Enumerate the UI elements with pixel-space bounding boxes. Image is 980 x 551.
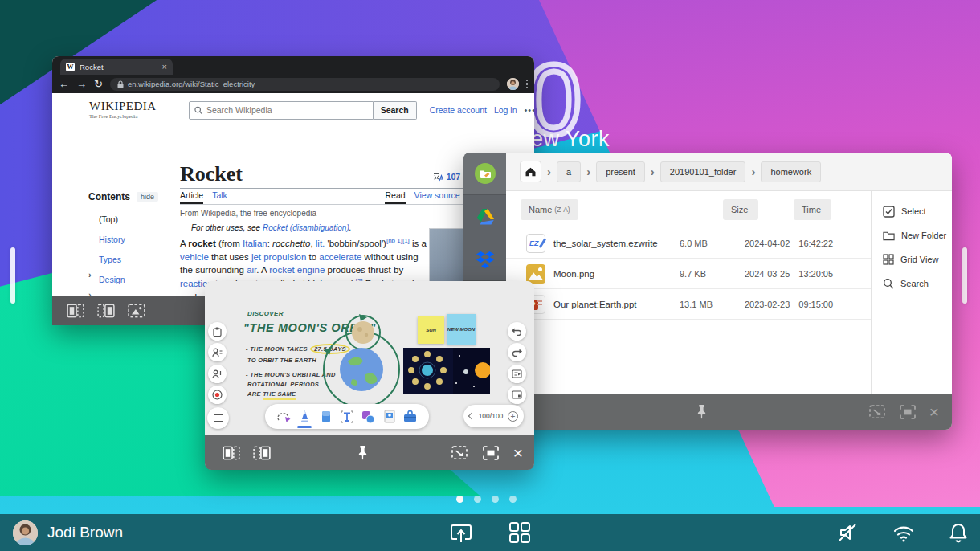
breadcrumb-item[interactable]: present [596, 161, 645, 182]
pen-tool-icon[interactable] [296, 409, 312, 425]
file-manager-content: › a › present › 20190101_folder [506, 153, 952, 394]
browser-profile-avatar[interactable] [507, 78, 519, 90]
float-window-icon[interactable] [868, 405, 886, 419]
page-navigator: 100/100 + [463, 405, 524, 427]
folder-icon [883, 231, 895, 241]
media-tool-icon[interactable] [382, 409, 398, 425]
page-dot[interactable] [509, 496, 517, 503]
snap-left-icon[interactable] [223, 446, 240, 460]
user-chip[interactable]: Jodi Brown [13, 520, 123, 545]
breadcrumb: › a › present › 20190101_folder [506, 153, 952, 191]
pin-icon[interactable] [357, 435, 368, 470]
snap-right-icon[interactable] [97, 304, 115, 318]
wifi-button[interactable] [892, 523, 916, 542]
select-tool-icon[interactable] [276, 409, 292, 425]
page-dot[interactable] [456, 496, 463, 503]
toc-item[interactable]: › (Top) [88, 210, 178, 227]
app-launcher-button[interactable] [508, 521, 531, 544]
snap-right-icon[interactable] [253, 446, 271, 460]
clipboard-button[interactable] [208, 322, 227, 341]
column-header[interactable]: Time [794, 199, 831, 220]
sticky-note-new-moon[interactable]: NEW MOON [447, 314, 476, 345]
google-drive-icon [476, 208, 495, 226]
notifications-button[interactable] [948, 522, 969, 544]
pages-button[interactable] [508, 386, 526, 404]
breadcrumb-item[interactable]: a [557, 161, 581, 182]
toc-item[interactable]: › Types [88, 251, 178, 267]
tab-view-source[interactable]: View source [414, 190, 460, 204]
toolbox-tool-icon[interactable] [402, 409, 419, 425]
record-button[interactable] [208, 386, 227, 404]
page-dot[interactable] [474, 496, 481, 503]
whiteboard-menu-button[interactable] [207, 407, 229, 429]
sidebar-item-google-drive[interactable] [463, 195, 506, 238]
close-icon[interactable]: × [513, 444, 523, 461]
search-button[interactable]: Search [374, 101, 417, 120]
file-type-icon [526, 264, 545, 284]
fullscreen-icon[interactable] [899, 405, 917, 419]
add-user-button[interactable] [208, 365, 227, 383]
file-manager-window-controls: × [463, 394, 952, 430]
sticky-note-sun[interactable]: SUN [418, 316, 444, 344]
search-button-files[interactable]: Search [872, 271, 952, 296]
capture-icon[interactable] [128, 304, 145, 318]
shapes-tool-icon[interactable] [360, 409, 376, 425]
whiteboard-canvas[interactable]: DISCOVER "THE MOON'S ORBIT" - THE MOON T… [205, 281, 534, 435]
back-icon[interactable]: ← [59, 79, 69, 89]
toc-item[interactable]: › Design [88, 271, 178, 287]
moon-phases-image[interactable] [403, 348, 490, 394]
tab-article[interactable]: Article [180, 190, 203, 204]
roster-button[interactable] [208, 343, 227, 361]
eraser-tool-icon[interactable] [318, 409, 334, 425]
contents-hide-button[interactable]: hide [137, 192, 158, 202]
float-window-icon[interactable] [451, 446, 468, 460]
file-row[interactable]: Moon.png 9.7 KB 2024-03-2513:20:05 [506, 259, 872, 289]
redo-button[interactable] [508, 343, 526, 361]
sidebar-item-local-storage[interactable] [463, 153, 506, 195]
screen-share-button[interactable] [449, 521, 473, 544]
file-row[interactable]: Our planet:Earth.ppt 13.1 MB 2023-02-230… [506, 289, 872, 320]
column-header[interactable]: Size [723, 199, 758, 220]
tab-title: Rocket [80, 63, 157, 71]
breadcrumb-item[interactable]: homework [761, 161, 821, 182]
page-dot[interactable] [492, 496, 499, 503]
log-in-link[interactable]: Log in [494, 105, 517, 115]
tab-talk[interactable]: Talk [212, 190, 227, 204]
more-options-icon[interactable]: ••• [525, 105, 534, 115]
fullscreen-icon[interactable] [482, 446, 500, 460]
file-list: the_solar_system.ezwrite 6.0 MB 2024-04-… [506, 228, 872, 320]
file-row[interactable]: the_solar_system.ezwrite 6.0 MB 2024-04-… [506, 228, 872, 259]
forward-icon[interactable]: → [76, 79, 87, 89]
breadcrumb-chevron-icon: › [651, 165, 655, 178]
export-button[interactable] [508, 365, 526, 383]
undo-button[interactable] [508, 322, 526, 341]
create-account-link[interactable]: Create account [430, 105, 487, 115]
browser-menu-icon[interactable] [526, 80, 529, 89]
volume-muted-button[interactable] [837, 522, 860, 543]
search-input[interactable] [206, 105, 368, 115]
address-bar[interactable]: en.wikipedia.org/wiki/Static_electricity [110, 78, 500, 91]
close-icon[interactable]: × [929, 403, 939, 420]
sidebar-item-dropbox[interactable] [463, 238, 506, 280]
column-header[interactable]: Name (Z-A) [521, 199, 578, 220]
grid-view-button[interactable]: Grid View [872, 247, 952, 271]
tab-read[interactable]: Read [385, 190, 405, 204]
tab-close-icon[interactable]: × [162, 62, 167, 71]
toc-item[interactable]: › History [88, 231, 178, 247]
previous-page-icon[interactable] [468, 413, 475, 419]
browser-tab[interactable]: W Rocket × [60, 59, 173, 75]
pin-icon[interactable] [696, 394, 707, 430]
home-button[interactable] [520, 161, 541, 182]
new-folder-button[interactable]: New Folder [872, 223, 952, 247]
edge-swipe-handle-right[interactable] [962, 247, 967, 304]
breadcrumb-item[interactable]: 20190101_folder [660, 161, 746, 182]
edge-swipe-handle-left[interactable] [10, 247, 15, 304]
text-tool-icon[interactable] [339, 409, 355, 425]
select-button[interactable]: Select [872, 199, 952, 223]
add-page-icon[interactable]: + [508, 411, 518, 422]
chevron-right-icon[interactable]: › [88, 290, 92, 296]
browser-toolbar: ← → ↻ en.wikipedia.org/wiki/Static_elect… [52, 75, 534, 93]
chevron-right-icon[interactable]: › [88, 270, 92, 281]
snap-left-icon[interactable] [67, 304, 84, 318]
reload-icon[interactable]: ↻ [94, 79, 103, 89]
